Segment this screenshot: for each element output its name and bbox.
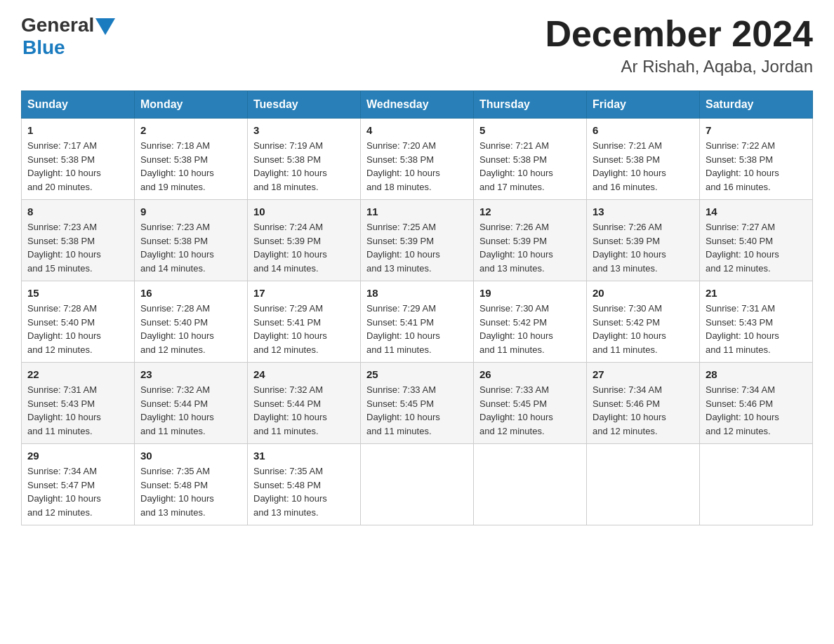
calendar-day-cell: 25 Sunrise: 7:33 AM Sunset: 5:45 PM Dayl… xyxy=(361,363,474,444)
day-info: Sunrise: 7:28 AM Sunset: 5:40 PM Dayligh… xyxy=(140,302,241,356)
day-info: Sunrise: 7:35 AM Sunset: 5:48 PM Dayligh… xyxy=(140,464,241,519)
calendar-day-cell: 24 Sunrise: 7:32 AM Sunset: 5:44 PM Dayl… xyxy=(248,363,361,444)
day-number: 21 xyxy=(706,287,807,299)
calendar-day-cell: 12 Sunrise: 7:26 AM Sunset: 5:39 PM Dayl… xyxy=(474,200,587,281)
calendar-day-cell: 11 Sunrise: 7:25 AM Sunset: 5:39 PM Dayl… xyxy=(361,200,474,281)
day-number: 9 xyxy=(140,206,241,217)
calendar-day-cell: 17 Sunrise: 7:29 AM Sunset: 5:41 PM Dayl… xyxy=(248,281,361,363)
calendar-day-cell: 2 Sunrise: 7:18 AM Sunset: 5:38 PM Dayli… xyxy=(135,119,248,200)
day-info: Sunrise: 7:29 AM Sunset: 5:41 PM Dayligh… xyxy=(366,302,468,356)
calendar-day-cell: 8 Sunrise: 7:23 AM Sunset: 5:38 PM Dayli… xyxy=(22,200,135,281)
day-info: Sunrise: 7:34 AM Sunset: 5:46 PM Dayligh… xyxy=(593,383,694,438)
calendar-header: SundayMondayTuesdayWednesdayThursdayFrid… xyxy=(22,91,813,119)
calendar-day-cell: 1 Sunrise: 7:17 AM Sunset: 5:38 PM Dayli… xyxy=(22,119,135,200)
title-section: December 2024 Ar Rishah, Aqaba, Jordan xyxy=(545,14,813,76)
page-header: General Blue December 2024 Ar Rishah, Aq… xyxy=(21,14,813,76)
calendar-day-cell: 6 Sunrise: 7:21 AM Sunset: 5:38 PM Dayli… xyxy=(587,119,700,200)
calendar-day-cell: 27 Sunrise: 7:34 AM Sunset: 5:46 PM Dayl… xyxy=(587,363,700,444)
day-info: Sunrise: 7:19 AM Sunset: 5:38 PM Dayligh… xyxy=(253,139,355,194)
location-subtitle: Ar Rishah, Aqaba, Jordan xyxy=(545,57,813,76)
day-number: 15 xyxy=(27,287,128,299)
day-info: Sunrise: 7:17 AM Sunset: 5:38 PM Dayligh… xyxy=(27,139,128,194)
day-number: 22 xyxy=(27,368,128,380)
day-info: Sunrise: 7:31 AM Sunset: 5:43 PM Dayligh… xyxy=(706,302,807,356)
day-info: Sunrise: 7:27 AM Sunset: 5:40 PM Dayligh… xyxy=(706,220,807,275)
day-number: 18 xyxy=(366,287,468,299)
calendar-day-cell: 4 Sunrise: 7:20 AM Sunset: 5:38 PM Dayli… xyxy=(361,119,474,200)
calendar-day-cell: 14 Sunrise: 7:27 AM Sunset: 5:40 PM Dayl… xyxy=(700,200,813,281)
calendar-day-cell: 29 Sunrise: 7:34 AM Sunset: 5:47 PM Dayl… xyxy=(22,444,135,525)
logo-triangle-icon xyxy=(95,18,115,35)
calendar-day-cell: 20 Sunrise: 7:30 AM Sunset: 5:42 PM Dayl… xyxy=(587,281,700,363)
day-number: 2 xyxy=(140,124,241,136)
day-info: Sunrise: 7:32 AM Sunset: 5:44 PM Dayligh… xyxy=(253,383,355,438)
calendar-day-cell: 13 Sunrise: 7:26 AM Sunset: 5:39 PM Dayl… xyxy=(587,200,700,281)
day-info: Sunrise: 7:31 AM Sunset: 5:43 PM Dayligh… xyxy=(27,383,128,438)
day-number: 4 xyxy=(366,124,468,136)
calendar-day-cell: 3 Sunrise: 7:19 AM Sunset: 5:38 PM Dayli… xyxy=(248,119,361,200)
calendar-day-cell: 28 Sunrise: 7:34 AM Sunset: 5:46 PM Dayl… xyxy=(700,363,813,444)
day-number: 5 xyxy=(479,124,581,136)
day-number: 25 xyxy=(366,368,468,380)
day-info: Sunrise: 7:23 AM Sunset: 5:38 PM Dayligh… xyxy=(140,220,241,275)
calendar-week-row: 22 Sunrise: 7:31 AM Sunset: 5:43 PM Dayl… xyxy=(22,363,813,444)
day-info: Sunrise: 7:34 AM Sunset: 5:47 PM Dayligh… xyxy=(27,464,128,519)
day-number: 3 xyxy=(253,124,355,136)
logo-text-general: General xyxy=(21,14,94,36)
weekday-header-wednesday: Wednesday xyxy=(361,91,474,119)
weekday-header-saturday: Saturday xyxy=(700,91,813,119)
calendar-day-cell xyxy=(474,444,587,525)
calendar-day-cell: 10 Sunrise: 7:24 AM Sunset: 5:39 PM Dayl… xyxy=(248,200,361,281)
calendar-day-cell xyxy=(361,444,474,525)
day-info: Sunrise: 7:22 AM Sunset: 5:38 PM Dayligh… xyxy=(706,139,807,194)
day-info: Sunrise: 7:33 AM Sunset: 5:45 PM Dayligh… xyxy=(366,383,468,438)
day-info: Sunrise: 7:28 AM Sunset: 5:40 PM Dayligh… xyxy=(27,302,128,356)
day-info: Sunrise: 7:24 AM Sunset: 5:39 PM Dayligh… xyxy=(253,220,355,275)
day-number: 31 xyxy=(253,450,355,462)
calendar-day-cell: 18 Sunrise: 7:29 AM Sunset: 5:41 PM Dayl… xyxy=(361,281,474,363)
weekday-header-row: SundayMondayTuesdayWednesdayThursdayFrid… xyxy=(22,91,813,119)
calendar-day-cell: 15 Sunrise: 7:28 AM Sunset: 5:40 PM Dayl… xyxy=(22,281,135,363)
calendar-day-cell: 26 Sunrise: 7:33 AM Sunset: 5:45 PM Dayl… xyxy=(474,363,587,444)
calendar-day-cell xyxy=(587,444,700,525)
calendar-week-row: 1 Sunrise: 7:17 AM Sunset: 5:38 PM Dayli… xyxy=(22,119,813,200)
weekday-header-sunday: Sunday xyxy=(22,91,135,119)
day-number: 24 xyxy=(253,368,355,380)
weekday-header-friday: Friday xyxy=(587,91,700,119)
day-info: Sunrise: 7:34 AM Sunset: 5:46 PM Dayligh… xyxy=(706,383,807,438)
day-number: 29 xyxy=(27,450,128,462)
calendar-day-cell: 22 Sunrise: 7:31 AM Sunset: 5:43 PM Dayl… xyxy=(22,363,135,444)
calendar-day-cell: 9 Sunrise: 7:23 AM Sunset: 5:38 PM Dayli… xyxy=(135,200,248,281)
day-number: 17 xyxy=(253,287,355,299)
calendar-day-cell: 19 Sunrise: 7:30 AM Sunset: 5:42 PM Dayl… xyxy=(474,281,587,363)
day-number: 28 xyxy=(706,368,807,380)
day-info: Sunrise: 7:29 AM Sunset: 5:41 PM Dayligh… xyxy=(253,302,355,356)
day-number: 14 xyxy=(706,206,807,217)
day-number: 7 xyxy=(706,124,807,136)
calendar-day-cell: 23 Sunrise: 7:32 AM Sunset: 5:44 PM Dayl… xyxy=(135,363,248,444)
calendar-week-row: 15 Sunrise: 7:28 AM Sunset: 5:40 PM Dayl… xyxy=(22,281,813,363)
logo: General Blue xyxy=(21,14,115,59)
calendar-week-row: 29 Sunrise: 7:34 AM Sunset: 5:47 PM Dayl… xyxy=(22,444,813,525)
day-number: 20 xyxy=(593,287,694,299)
day-number: 30 xyxy=(140,450,241,462)
day-number: 23 xyxy=(140,368,241,380)
day-info: Sunrise: 7:26 AM Sunset: 5:39 PM Dayligh… xyxy=(593,220,694,275)
day-info: Sunrise: 7:21 AM Sunset: 5:38 PM Dayligh… xyxy=(593,139,694,194)
day-number: 11 xyxy=(366,206,468,217)
day-info: Sunrise: 7:30 AM Sunset: 5:42 PM Dayligh… xyxy=(593,302,694,356)
day-info: Sunrise: 7:21 AM Sunset: 5:38 PM Dayligh… xyxy=(479,139,581,194)
day-info: Sunrise: 7:18 AM Sunset: 5:38 PM Dayligh… xyxy=(140,139,241,194)
day-info: Sunrise: 7:35 AM Sunset: 5:48 PM Dayligh… xyxy=(253,464,355,519)
day-number: 16 xyxy=(140,287,241,299)
weekday-header-monday: Monday xyxy=(135,91,248,119)
calendar-day-cell: 7 Sunrise: 7:22 AM Sunset: 5:38 PM Dayli… xyxy=(700,119,813,200)
calendar-table: SundayMondayTuesdayWednesdayThursdayFrid… xyxy=(21,90,813,525)
day-number: 27 xyxy=(593,368,694,380)
weekday-header-tuesday: Tuesday xyxy=(248,91,361,119)
day-info: Sunrise: 7:30 AM Sunset: 5:42 PM Dayligh… xyxy=(479,302,581,356)
day-number: 1 xyxy=(27,124,128,136)
calendar-day-cell: 31 Sunrise: 7:35 AM Sunset: 5:48 PM Dayl… xyxy=(248,444,361,525)
calendar-day-cell: 5 Sunrise: 7:21 AM Sunset: 5:38 PM Dayli… xyxy=(474,119,587,200)
day-info: Sunrise: 7:20 AM Sunset: 5:38 PM Dayligh… xyxy=(366,139,468,194)
